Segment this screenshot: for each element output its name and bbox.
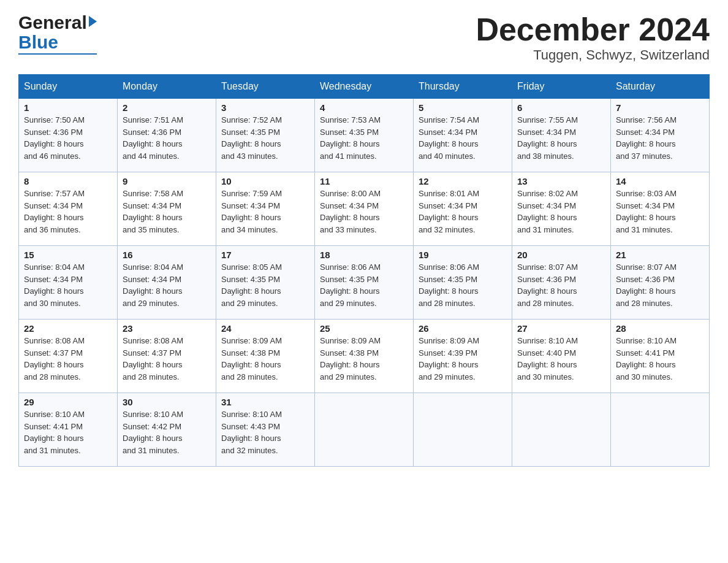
day-info: Sunrise: 8:09 AMSunset: 4:39 PMDaylight:… bbox=[419, 335, 507, 383]
day-info: Sunrise: 7:52 AMSunset: 4:35 PMDaylight:… bbox=[221, 114, 309, 162]
day-number: 14 bbox=[616, 176, 704, 186]
day-number: 21 bbox=[616, 250, 704, 260]
day-info: Sunrise: 8:05 AMSunset: 4:35 PMDaylight:… bbox=[221, 261, 309, 309]
logo-triangle-icon bbox=[89, 16, 97, 27]
day-info: Sunrise: 8:09 AMSunset: 4:38 PMDaylight:… bbox=[221, 335, 309, 383]
day-info: Sunrise: 8:08 AMSunset: 4:37 PMDaylight:… bbox=[24, 335, 112, 383]
day-number: 17 bbox=[221, 250, 309, 260]
day-info: Sunrise: 8:04 AMSunset: 4:34 PMDaylight:… bbox=[24, 261, 112, 309]
calendar-cell: 31Sunrise: 8:10 AMSunset: 4:43 PMDayligh… bbox=[216, 393, 315, 467]
day-number: 18 bbox=[320, 250, 408, 260]
day-info: Sunrise: 7:51 AMSunset: 4:36 PMDaylight:… bbox=[123, 114, 211, 162]
page-header: General Blue December 2024 Tuggen, Schwy… bbox=[18, 12, 710, 63]
day-number: 26 bbox=[419, 323, 507, 334]
calendar-cell: 5Sunrise: 7:54 AMSunset: 4:34 PMDaylight… bbox=[414, 99, 512, 172]
calendar-week-row: 1Sunrise: 7:50 AMSunset: 4:36 PMDaylight… bbox=[19, 99, 710, 172]
calendar-cell: 19Sunrise: 8:06 AMSunset: 4:35 PMDayligh… bbox=[414, 246, 512, 320]
calendar-cell: 14Sunrise: 8:03 AMSunset: 4:34 PMDayligh… bbox=[611, 172, 710, 246]
calendar-cell: 16Sunrise: 8:04 AMSunset: 4:34 PMDayligh… bbox=[118, 246, 216, 320]
day-number: 31 bbox=[221, 397, 309, 407]
day-number: 10 bbox=[221, 176, 309, 186]
calendar-cell: 18Sunrise: 8:06 AMSunset: 4:35 PMDayligh… bbox=[315, 246, 414, 320]
calendar-cell: 25Sunrise: 8:09 AMSunset: 4:38 PMDayligh… bbox=[315, 320, 414, 393]
day-info: Sunrise: 8:06 AMSunset: 4:35 PMDaylight:… bbox=[419, 261, 507, 309]
calendar-cell: 30Sunrise: 8:10 AMSunset: 4:42 PMDayligh… bbox=[118, 393, 216, 467]
calendar-cell: 4Sunrise: 7:53 AMSunset: 4:35 PMDaylight… bbox=[315, 99, 414, 172]
day-info: Sunrise: 8:07 AMSunset: 4:36 PMDaylight:… bbox=[517, 261, 605, 309]
calendar-week-row: 8Sunrise: 7:57 AMSunset: 4:34 PMDaylight… bbox=[19, 172, 710, 246]
calendar-cell: 13Sunrise: 8:02 AMSunset: 4:34 PMDayligh… bbox=[512, 172, 611, 246]
day-number: 25 bbox=[320, 323, 408, 334]
calendar-cell: 29Sunrise: 8:10 AMSunset: 4:41 PMDayligh… bbox=[19, 393, 118, 467]
calendar-cell: 22Sunrise: 8:08 AMSunset: 4:37 PMDayligh… bbox=[19, 320, 118, 393]
day-info: Sunrise: 8:03 AMSunset: 4:34 PMDaylight:… bbox=[616, 188, 704, 236]
calendar-week-row: 29Sunrise: 8:10 AMSunset: 4:41 PMDayligh… bbox=[19, 393, 710, 467]
calendar-week-row: 22Sunrise: 8:08 AMSunset: 4:37 PMDayligh… bbox=[19, 320, 710, 393]
day-number: 20 bbox=[517, 250, 605, 260]
day-number: 12 bbox=[419, 176, 507, 186]
calendar-cell: 28Sunrise: 8:10 AMSunset: 4:41 PMDayligh… bbox=[611, 320, 710, 393]
day-number: 15 bbox=[24, 250, 112, 260]
day-number: 30 bbox=[123, 397, 211, 407]
logo-underline bbox=[18, 53, 97, 55]
day-info: Sunrise: 7:58 AMSunset: 4:34 PMDaylight:… bbox=[123, 188, 211, 236]
day-info: Sunrise: 7:57 AMSunset: 4:34 PMDaylight:… bbox=[24, 188, 112, 236]
day-number: 27 bbox=[517, 323, 605, 334]
day-info: Sunrise: 7:55 AMSunset: 4:34 PMDaylight:… bbox=[517, 114, 605, 162]
calendar-cell bbox=[315, 393, 414, 467]
calendar-cell: 21Sunrise: 8:07 AMSunset: 4:36 PMDayligh… bbox=[611, 246, 710, 320]
col-header-tuesday: Tuesday bbox=[216, 75, 315, 99]
calendar-cell bbox=[512, 393, 611, 467]
calendar-week-row: 15Sunrise: 8:04 AMSunset: 4:34 PMDayligh… bbox=[19, 246, 710, 320]
day-number: 22 bbox=[24, 323, 112, 334]
day-info: Sunrise: 7:56 AMSunset: 4:34 PMDaylight:… bbox=[616, 114, 704, 162]
logo: General Blue bbox=[18, 12, 97, 55]
day-info: Sunrise: 8:08 AMSunset: 4:37 PMDaylight:… bbox=[123, 335, 211, 383]
calendar-cell: 8Sunrise: 7:57 AMSunset: 4:34 PMDaylight… bbox=[19, 172, 118, 246]
calendar-cell bbox=[414, 393, 512, 467]
calendar-cell: 2Sunrise: 7:51 AMSunset: 4:36 PMDaylight… bbox=[118, 99, 216, 172]
day-info: Sunrise: 7:54 AMSunset: 4:34 PMDaylight:… bbox=[419, 114, 507, 162]
page-subtitle: Tuggen, Schwyz, Switzerland bbox=[476, 47, 710, 63]
calendar-cell: 17Sunrise: 8:05 AMSunset: 4:35 PMDayligh… bbox=[216, 246, 315, 320]
logo-general-text: General bbox=[18, 12, 87, 33]
day-info: Sunrise: 8:10 AMSunset: 4:41 PMDaylight:… bbox=[616, 335, 704, 383]
calendar-cell: 9Sunrise: 7:58 AMSunset: 4:34 PMDaylight… bbox=[118, 172, 216, 246]
col-header-sunday: Sunday bbox=[19, 75, 118, 99]
day-info: Sunrise: 8:04 AMSunset: 4:34 PMDaylight:… bbox=[123, 261, 211, 309]
calendar-cell: 12Sunrise: 8:01 AMSunset: 4:34 PMDayligh… bbox=[414, 172, 512, 246]
day-number: 29 bbox=[24, 397, 112, 407]
day-info: Sunrise: 8:10 AMSunset: 4:41 PMDaylight:… bbox=[24, 408, 112, 456]
day-number: 6 bbox=[517, 102, 605, 113]
day-number: 13 bbox=[517, 176, 605, 186]
calendar-cell: 27Sunrise: 8:10 AMSunset: 4:40 PMDayligh… bbox=[512, 320, 611, 393]
col-header-monday: Monday bbox=[118, 75, 216, 99]
calendar-cell bbox=[611, 393, 710, 467]
calendar-cell: 24Sunrise: 8:09 AMSunset: 4:38 PMDayligh… bbox=[216, 320, 315, 393]
day-info: Sunrise: 8:06 AMSunset: 4:35 PMDaylight:… bbox=[320, 261, 408, 309]
day-info: Sunrise: 7:50 AMSunset: 4:36 PMDaylight:… bbox=[24, 114, 112, 162]
calendar-table: SundayMondayTuesdayWednesdayThursdayFrid… bbox=[18, 74, 710, 467]
calendar-cell: 1Sunrise: 7:50 AMSunset: 4:36 PMDaylight… bbox=[19, 99, 118, 172]
day-number: 16 bbox=[123, 250, 211, 260]
calendar-cell: 7Sunrise: 7:56 AMSunset: 4:34 PMDaylight… bbox=[611, 99, 710, 172]
col-header-friday: Friday bbox=[512, 75, 611, 99]
day-number: 5 bbox=[419, 102, 507, 113]
day-info: Sunrise: 8:00 AMSunset: 4:34 PMDaylight:… bbox=[320, 188, 408, 236]
calendar-cell: 10Sunrise: 7:59 AMSunset: 4:34 PMDayligh… bbox=[216, 172, 315, 246]
day-number: 3 bbox=[221, 102, 309, 113]
day-number: 2 bbox=[123, 102, 211, 113]
page-title: December 2024 bbox=[476, 12, 710, 47]
day-number: 7 bbox=[616, 102, 704, 113]
day-number: 24 bbox=[221, 323, 309, 334]
day-number: 19 bbox=[419, 250, 507, 260]
calendar-cell: 3Sunrise: 7:52 AMSunset: 4:35 PMDaylight… bbox=[216, 99, 315, 172]
calendar-cell: 6Sunrise: 7:55 AMSunset: 4:34 PMDaylight… bbox=[512, 99, 611, 172]
day-number: 9 bbox=[123, 176, 211, 186]
day-info: Sunrise: 8:02 AMSunset: 4:34 PMDaylight:… bbox=[517, 188, 605, 236]
day-info: Sunrise: 8:10 AMSunset: 4:42 PMDaylight:… bbox=[123, 408, 211, 456]
title-block: December 2024 Tuggen, Schwyz, Switzerlan… bbox=[476, 12, 710, 63]
calendar-cell: 23Sunrise: 8:08 AMSunset: 4:37 PMDayligh… bbox=[118, 320, 216, 393]
day-number: 8 bbox=[24, 176, 112, 186]
day-info: Sunrise: 8:10 AMSunset: 4:40 PMDaylight:… bbox=[517, 335, 605, 383]
